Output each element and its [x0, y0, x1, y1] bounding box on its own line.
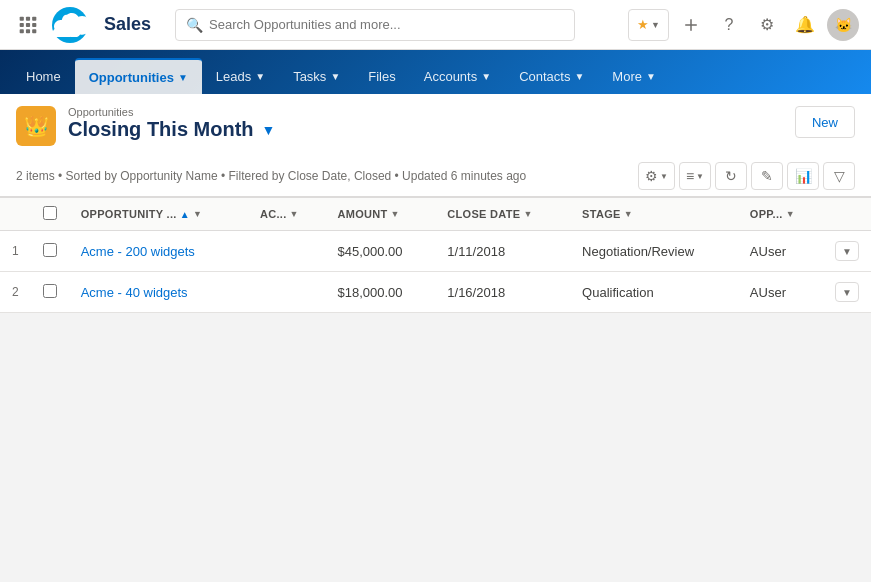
- refresh-button[interactable]: ↻: [715, 162, 747, 190]
- col-header-stage[interactable]: STAGE ▼: [570, 198, 738, 231]
- row-2-opportunity-name[interactable]: Acme - 40 widgets: [69, 272, 248, 313]
- tab-accounts-label: Accounts: [424, 69, 477, 84]
- svg-rect-2: [32, 16, 36, 20]
- columns-chevron-icon: ▼: [660, 172, 668, 181]
- tab-files-label: Files: [368, 69, 395, 84]
- svg-rect-3: [20, 22, 24, 26]
- row-1-opportunity-name[interactable]: Acme - 200 widgets: [69, 231, 248, 272]
- tab-files[interactable]: Files: [354, 58, 409, 94]
- row-2-actions-cell: ▼: [823, 272, 871, 313]
- table-header-row: OPPORTUNITY ... ▲ ▼ AC... ▼ AMOUNT ▼: [0, 198, 871, 231]
- list-view-title: Closing This Month: [68, 118, 254, 141]
- search-input[interactable]: [209, 17, 564, 32]
- select-all-checkbox[interactable]: [43, 206, 57, 220]
- opportunity-name-col-label: OPPORTUNITY ...: [81, 208, 177, 220]
- tasks-chevron-icon: ▼: [330, 71, 340, 82]
- table-row: 1 Acme - 200 widgets $45,000.00 1/11/201…: [0, 231, 871, 272]
- list-view-left: 👑 Opportunities Closing This Month ▼: [16, 106, 275, 146]
- row-2-checkbox-cell: [31, 272, 69, 313]
- svg-rect-6: [20, 29, 24, 33]
- list-view-header: 👑 Opportunities Closing This Month ▼ New…: [0, 94, 871, 197]
- svg-rect-5: [32, 22, 36, 26]
- svg-rect-1: [26, 16, 30, 20]
- tab-more[interactable]: More ▼: [598, 58, 670, 94]
- refresh-icon: ↻: [725, 168, 737, 184]
- row-1-action-dropdown[interactable]: ▼: [835, 241, 859, 261]
- svg-rect-7: [26, 29, 30, 33]
- display-chevron-icon: ▼: [696, 172, 704, 181]
- col-header-amount[interactable]: AMOUNT ▼: [325, 198, 435, 231]
- row-2-checkbox[interactable]: [43, 284, 57, 298]
- table-header: OPPORTUNITY ... ▲ ▼ AC... ▼ AMOUNT ▼: [0, 198, 871, 231]
- row-1-actions-cell: ▼: [823, 231, 871, 272]
- search-icon: 🔍: [186, 17, 203, 33]
- svg-rect-4: [26, 22, 30, 26]
- row-2-action-dropdown[interactable]: ▼: [835, 282, 859, 302]
- tab-opportunities[interactable]: Opportunities ▼: [75, 58, 202, 94]
- contacts-chevron-icon: ▼: [574, 71, 584, 82]
- settings-icon: ⚙: [645, 168, 658, 184]
- filter-button[interactable]: ▽: [823, 162, 855, 190]
- columns-settings-button[interactable]: ⚙ ▼: [638, 162, 675, 190]
- edit-button[interactable]: ✎: [751, 162, 783, 190]
- notifications-button[interactable]: 🔔: [789, 9, 821, 41]
- col-header-account[interactable]: AC... ▼: [248, 198, 325, 231]
- svg-rect-8: [32, 29, 36, 33]
- gear-icon: ⚙: [760, 15, 774, 34]
- row-2-account: [248, 272, 325, 313]
- tab-leads-label: Leads: [216, 69, 251, 84]
- stage-col-chevron-icon[interactable]: ▼: [624, 209, 633, 219]
- col-header-row-num: [0, 198, 31, 231]
- tab-tasks[interactable]: Tasks ▼: [279, 58, 354, 94]
- col-header-close-date[interactable]: CLOSE DATE ▼: [435, 198, 570, 231]
- data-table: OPPORTUNITY ... ▲ ▼ AC... ▼ AMOUNT ▼: [0, 197, 871, 313]
- svg-rect-0: [20, 16, 24, 20]
- list-view-title-row: Closing This Month ▼: [68, 118, 275, 141]
- row-1-checkbox[interactable]: [43, 243, 57, 257]
- help-button[interactable]: ?: [713, 9, 745, 41]
- row-1-account: [248, 231, 325, 272]
- display-toggle-button[interactable]: ≡ ▼: [679, 162, 711, 190]
- row-1-opp-owner: AUser: [738, 231, 823, 272]
- opportunity-col-chevron-icon[interactable]: ▼: [193, 209, 202, 219]
- amount-col-chevron-icon[interactable]: ▼: [391, 209, 400, 219]
- grid-icon: ≡: [686, 168, 694, 184]
- tab-opportunities-label: Opportunities: [89, 70, 174, 85]
- chart-button[interactable]: 📊: [787, 162, 819, 190]
- opp-owner-col-chevron-icon[interactable]: ▼: [786, 209, 795, 219]
- list-view-title-chevron-icon[interactable]: ▼: [262, 122, 276, 138]
- col-header-checkbox: [31, 198, 69, 231]
- col-header-actions: [823, 198, 871, 231]
- close-date-col-chevron-icon[interactable]: ▼: [523, 209, 532, 219]
- funnel-icon: ▽: [834, 168, 845, 184]
- tab-contacts[interactable]: Contacts ▼: [505, 58, 598, 94]
- list-view-icon: 👑: [16, 106, 56, 146]
- tab-leads[interactable]: Leads ▼: [202, 58, 279, 94]
- amount-col-label: AMOUNT: [337, 208, 387, 220]
- leads-chevron-icon: ▼: [255, 71, 265, 82]
- bell-icon: 🔔: [795, 15, 815, 34]
- row-2-stage: Qualification: [570, 272, 738, 313]
- search-bar[interactable]: 🔍: [175, 9, 575, 41]
- tab-home[interactable]: Home: [12, 58, 75, 94]
- star-icon: ★: [637, 17, 649, 32]
- col-header-opp-owner[interactable]: OPP... ▼: [738, 198, 823, 231]
- add-button[interactable]: [675, 9, 707, 41]
- more-chevron-icon: ▼: [646, 71, 656, 82]
- top-nav-icons: ★ ▼ ? ⚙ 🔔 🐱: [628, 9, 859, 41]
- row-2-amount: $18,000.00: [325, 272, 435, 313]
- tab-accounts[interactable]: Accounts ▼: [410, 58, 505, 94]
- favorites-button[interactable]: ★ ▼: [628, 9, 669, 41]
- avatar-button[interactable]: 🐱: [827, 9, 859, 41]
- table-body: 1 Acme - 200 widgets $45,000.00 1/11/201…: [0, 231, 871, 313]
- row-1-close-date: 1/11/2018: [435, 231, 570, 272]
- new-button[interactable]: New: [795, 106, 855, 138]
- accounts-chevron-icon: ▼: [481, 71, 491, 82]
- sort-up-icon: ▲: [180, 209, 190, 220]
- col-header-opportunity-name[interactable]: OPPORTUNITY ... ▲ ▼: [69, 198, 248, 231]
- settings-button[interactable]: ⚙: [751, 9, 783, 41]
- row-2-num: 2: [0, 272, 31, 313]
- account-col-chevron-icon[interactable]: ▼: [290, 209, 299, 219]
- app-launcher-button[interactable]: [12, 9, 44, 41]
- salesforce-logo: [52, 7, 88, 43]
